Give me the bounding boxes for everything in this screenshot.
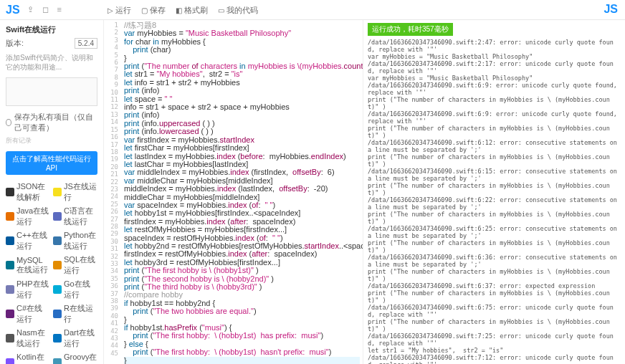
- top-icons: ⇪ ◻ ≡: [27, 5, 62, 14]
- format-button[interactable]: ◧格式刷: [176, 5, 208, 16]
- logo: JS: [6, 4, 20, 16]
- version-row: 版本: 5.2.4: [6, 38, 97, 49]
- version-select[interactable]: 5.2.4: [75, 38, 97, 49]
- lang-icon: [6, 188, 14, 196]
- lang-label: Nasm在线运行: [16, 327, 50, 349]
- lang-label: JSON在线解析: [16, 181, 50, 203]
- share-icon[interactable]: ⇪: [27, 5, 34, 14]
- lang-icon: [6, 212, 14, 221]
- desc-textarea[interactable]: [6, 77, 97, 106]
- user-icon[interactable]: ◻: [42, 5, 49, 14]
- lang-label: JS在线运行: [64, 181, 97, 203]
- lang-icon: [6, 236, 14, 245]
- lang-item[interactable]: R在线运行: [53, 302, 97, 325]
- line-gutter: 1234567891011121314151617181920212223242…: [104, 20, 121, 364]
- desc-text: 添加Swift代码简介、说明和它的功能和用途...: [6, 53, 97, 72]
- lang-label: MySQL在线运行: [16, 256, 50, 275]
- logo-right: JS: [603, 3, 618, 16]
- api-button[interactable]: 点击了解高性能代码运行API: [6, 151, 97, 175]
- output-body: /data/16636620347346090.swift:2:47: erro…: [368, 39, 621, 364]
- lang-icon: [53, 188, 62, 196]
- lang-icon: [6, 285, 14, 294]
- lang-label: C#在线运行: [16, 303, 50, 325]
- lang-item[interactable]: C++在线运行: [6, 229, 50, 252]
- lang-icon: [6, 334, 14, 343]
- lang-label: C语言在线运行: [64, 206, 97, 227]
- lang-item[interactable]: JS在线运行: [53, 181, 97, 203]
- lang-item[interactable]: C#在线运行: [6, 302, 50, 325]
- lang-label: Python在线运行: [64, 230, 97, 252]
- lang-label: PHP在线运行: [16, 279, 50, 300]
- lang-icon: [53, 261, 62, 269]
- toolbar: ▷运行 ▢保存 ◧格式刷 ▭我的代码: [108, 0, 258, 20]
- code-editor[interactable]: 1234567891011121314151617181920212223242…: [104, 20, 363, 364]
- output-panel: 运行成功，耗时357毫秒 /data/16636620347346090.swi…: [363, 20, 625, 364]
- sidebar: Swift在线运行 版本: 5.2.4 添加Swift代码简介、说明和它的功能和…: [0, 20, 104, 364]
- lang-item[interactable]: SQL在线运行: [53, 254, 97, 277]
- lang-label: Groovy在线运行: [64, 352, 97, 364]
- save-private-row[interactable]: 保存为私有项目（仅自己可查看）: [6, 112, 97, 133]
- folder-icon: ▭: [218, 6, 224, 14]
- lang-label: Go在线运行: [64, 279, 97, 300]
- more-icon[interactable]: ≡: [57, 5, 62, 14]
- lang-label: Kotlin在线运行: [16, 352, 50, 364]
- lang-item[interactable]: PHP在线运行: [6, 278, 50, 301]
- save-hint: 所有记录: [6, 136, 97, 145]
- lang-item[interactable]: Nasm在线运行: [6, 327, 50, 350]
- lang-label: R在线运行: [64, 303, 97, 325]
- lang-item[interactable]: Python在线运行: [53, 229, 97, 252]
- lang-icon: [53, 236, 62, 245]
- lang-icon: [6, 310, 14, 318]
- play-icon: ▷: [108, 6, 113, 14]
- mycode-button[interactable]: ▭我的代码: [218, 5, 258, 16]
- save-icon: ▢: [141, 6, 148, 14]
- run-status: 运行成功，耗时357毫秒: [368, 23, 453, 36]
- main: Swift在线运行 版本: 5.2.4 添加Swift代码简介、说明和它的功能和…: [0, 20, 625, 364]
- lang-item[interactable]: C语言在线运行: [53, 205, 97, 228]
- lang-icon: [53, 285, 62, 294]
- lang-label: C++在线运行: [16, 230, 50, 252]
- lang-item[interactable]: MySQL在线运行: [6, 254, 50, 277]
- version-label: 版本:: [6, 38, 24, 49]
- lang-label: Java在线运行: [16, 206, 50, 227]
- lang-item[interactable]: Groovy在线运行: [53, 351, 97, 364]
- lang-item[interactable]: Kotlin在线运行: [6, 351, 50, 364]
- lang-icon: [6, 358, 14, 364]
- lang-item[interactable]: Java在线运行: [6, 205, 50, 228]
- page-title: Swift在线运行: [6, 24, 97, 35]
- save-button[interactable]: ▢保存: [141, 5, 166, 16]
- lang-icon: [53, 358, 62, 364]
- lang-label: SQL在线运行: [64, 254, 97, 276]
- lang-icon: [53, 334, 62, 343]
- radio-icon[interactable]: [6, 119, 11, 126]
- run-button[interactable]: ▷运行: [108, 5, 131, 16]
- topbar: JS ⇪ ◻ ≡ ▷运行 ▢保存 ◧格式刷 ▭我的代码 JS: [0, 0, 625, 20]
- lang-item[interactable]: Dart在线运行: [53, 327, 97, 350]
- lang-item[interactable]: Go在线运行: [53, 278, 97, 301]
- language-grid: JSON在线解析JS在线运行Java在线运行C语言在线运行C++在线运行Pyth…: [6, 181, 97, 364]
- code-area[interactable]: //练习题8 var myHobbies = "Music Basketball…: [121, 20, 363, 364]
- lang-item[interactable]: JSON在线解析: [6, 181, 50, 203]
- lang-icon: [53, 310, 62, 318]
- lang-label: Dart在线运行: [64, 327, 97, 349]
- brush-icon: ◧: [176, 6, 182, 14]
- lang-icon: [53, 212, 62, 221]
- lang-icon: [6, 261, 14, 269]
